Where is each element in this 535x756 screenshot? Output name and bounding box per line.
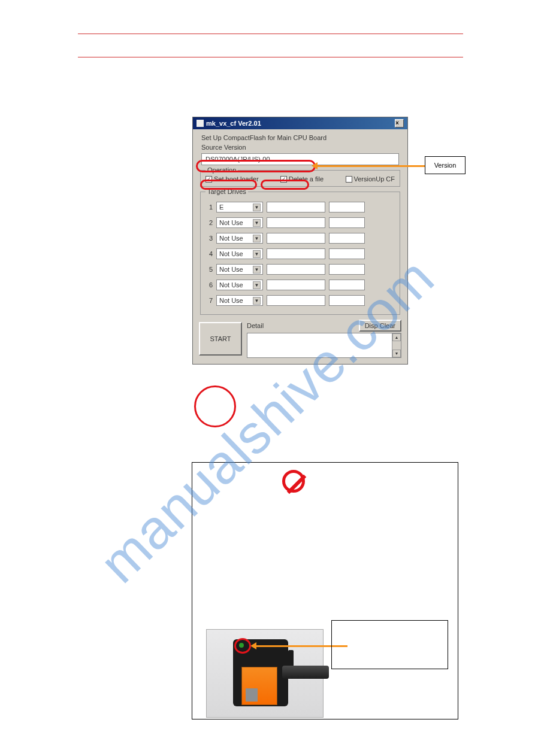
close-icon[interactable]: × (395, 119, 404, 127)
drive-num: 4 (205, 250, 213, 257)
window-title: mk_vx_cf Ver2.01 (206, 120, 261, 127)
chevron-down-icon: ▼ (253, 219, 261, 227)
drive-row: 2 Not Use▼ (205, 217, 395, 228)
drive-extra-6 (329, 280, 365, 290)
scroll-down-icon[interactable]: ▾ (392, 350, 401, 357)
annotation-boot-ellipse (200, 180, 257, 190)
drive-select-2[interactable]: Not Use▼ (216, 217, 263, 228)
drive-num: 2 (205, 219, 213, 226)
drive-num: 6 (205, 281, 213, 289)
card-reader-figure (192, 462, 458, 719)
drive-extra-7 (329, 295, 365, 306)
title-bar: mk_vx_cf Ver2.01 × (193, 117, 407, 129)
scroll-up-icon[interactable]: ▴ (392, 333, 401, 341)
target-drives-group: Target Drives 1 E▼ 2 Not Use▼ 3 Not Use▼ (200, 192, 400, 315)
drive-status-2 (267, 217, 325, 228)
drive-select-4[interactable]: Not Use▼ (216, 248, 263, 259)
chevron-down-icon: ▼ (253, 297, 261, 305)
app-icon (197, 120, 204, 127)
chevron-down-icon: ▼ (253, 266, 261, 274)
drive-row: 1 E▼ (205, 202, 395, 212)
drive-extra-5 (329, 264, 365, 275)
annotation-start-circle (194, 385, 236, 427)
drive-status-1 (267, 202, 325, 212)
drive-status-5 (267, 264, 325, 275)
drive-row: 7 Not Use▼ (205, 295, 395, 306)
drive-row: 4 Not Use▼ (205, 248, 395, 259)
drive-num: 7 (205, 297, 213, 304)
drive-row: 3 Not Use▼ (205, 233, 395, 244)
arrow-version (314, 165, 425, 167)
disp-clear-button[interactable]: Disp Clear (359, 320, 401, 332)
scrollbar[interactable]: ▴▾ (392, 333, 401, 357)
drive-row: 6 Not Use▼ (205, 280, 395, 290)
versionup-label: VersionUp CF (354, 175, 395, 183)
drive-select-1[interactable]: E▼ (216, 202, 263, 212)
card-reader-photo (206, 629, 324, 718)
chevron-down-icon: ▼ (253, 235, 261, 242)
chevron-down-icon: ▼ (253, 281, 261, 289)
drive-num: 5 (205, 266, 213, 273)
led-callout-box (331, 620, 448, 669)
header-rules (78, 34, 463, 80)
drive-num: 3 (205, 235, 213, 242)
setup-dialog: mk_vx_cf Ver2.01 × Set Up CompactFlash f… (192, 117, 408, 365)
source-version-label: Source Version (201, 144, 401, 151)
version-callout: Version (425, 156, 466, 174)
chevron-down-icon: ▼ (253, 250, 261, 258)
drive-select-3[interactable]: Not Use▼ (216, 233, 263, 244)
drive-row: 5 Not Use▼ (205, 264, 395, 275)
drive-extra-3 (329, 233, 365, 244)
drive-select-6[interactable]: Not Use▼ (216, 280, 263, 290)
drive-status-7 (267, 295, 325, 306)
annotation-delete-ellipse (261, 180, 309, 190)
annotation-version-ellipse (196, 160, 316, 172)
prohibit-icon (282, 470, 305, 493)
subtitle: Set Up CompactFlash for Main CPU Board (201, 134, 401, 141)
chevron-down-icon: ▼ (253, 204, 261, 211)
start-button[interactable]: START (199, 322, 242, 356)
check-icon (346, 176, 352, 183)
drive-extra-2 (329, 217, 365, 228)
detail-label: Detail (247, 322, 264, 329)
drive-select-5[interactable]: Not Use▼ (216, 264, 263, 275)
drive-status-3 (267, 233, 325, 244)
drive-status-6 (267, 280, 325, 290)
versionup-checkbox[interactable]: VersionUp CF (346, 175, 395, 183)
detail-textarea[interactable]: ▴▾ (247, 333, 401, 358)
drive-num: 1 (205, 204, 213, 211)
drive-select-7[interactable]: Not Use▼ (216, 295, 263, 306)
drive-status-4 (267, 248, 325, 259)
drive-extra-4 (329, 248, 365, 259)
drive-extra-1 (329, 202, 365, 212)
